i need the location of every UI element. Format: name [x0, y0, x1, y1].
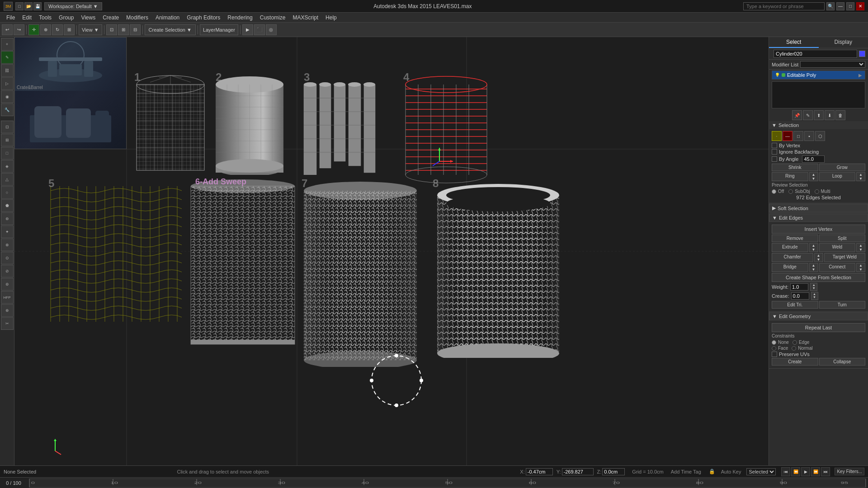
- radio-multi[interactable]: [815, 189, 819, 194]
- radio-subobj[interactable]: [788, 189, 793, 194]
- remove-btn[interactable]: Remove: [772, 235, 818, 242]
- ring-btn[interactable]: Ring: [772, 172, 808, 181]
- connect-spinner[interactable]: ▲▼: [856, 263, 865, 272]
- left-motion-btn[interactable]: ▷: [1, 77, 14, 90]
- maximize-btn[interactable]: □: [846, 2, 854, 10]
- save-btn[interactable]: 💾: [33, 2, 42, 10]
- chamfer-btn[interactable]: Chamfer: [772, 253, 813, 262]
- menu-maxscript[interactable]: MAXScript: [289, 14, 322, 22]
- next-frame-btn[interactable]: ⏭: [821, 467, 830, 476]
- prev-frame-btn[interactable]: ⏮: [781, 467, 790, 476]
- left-tool4[interactable]: ◈: [1, 160, 14, 173]
- toolbar-scale[interactable]: ⊞: [64, 24, 75, 35]
- close-btn[interactable]: ✕: [856, 2, 864, 10]
- menu-tools[interactable]: Tools: [35, 14, 55, 22]
- toolbar-move[interactable]: ⊕: [40, 24, 51, 35]
- extrude-spinner[interactable]: ▲▼: [809, 243, 818, 252]
- edit-geometry-header[interactable]: ▼ Edit Geometry: [769, 312, 868, 320]
- by-angle-cb[interactable]: [772, 156, 777, 162]
- left-tool3[interactable]: □: [1, 147, 14, 160]
- tab-select[interactable]: Select: [769, 37, 819, 48]
- key-filters-btn[interactable]: Key Filters...: [835, 468, 864, 475]
- left-tool8[interactable]: ⊛: [1, 212, 14, 225]
- ring-spinner[interactable]: ▲▼: [809, 172, 818, 181]
- create-shape-btn[interactable]: Create Shape From Selection: [772, 273, 865, 282]
- connect-btn[interactable]: Connect: [819, 263, 856, 272]
- mod-tool1[interactable]: ✎: [803, 110, 813, 120]
- left-create-btn[interactable]: +: [1, 38, 14, 51]
- chamfer-spinner[interactable]: ▲▼: [814, 253, 823, 262]
- polygon-icon[interactable]: ▪: [804, 131, 814, 141]
- left-tool9[interactable]: ✦: [1, 225, 14, 238]
- open-btn[interactable]: 📂: [24, 2, 33, 10]
- minimize-btn[interactable]: —: [836, 2, 844, 10]
- tab-display[interactable]: Display: [819, 37, 868, 48]
- element-icon[interactable]: ⬡: [815, 131, 825, 141]
- create-btn[interactable]: Create: [772, 358, 818, 366]
- mod-tool3[interactable]: ⬇: [825, 110, 835, 120]
- toolbar-view-dropdown[interactable]: View ▼: [79, 24, 102, 35]
- menu-file[interactable]: File: [3, 14, 19, 22]
- split-btn[interactable]: Split: [819, 235, 866, 242]
- loop-btn[interactable]: Loop: [819, 172, 856, 181]
- menu-create[interactable]: Create: [99, 14, 123, 22]
- shrink-btn[interactable]: Shrink: [772, 164, 818, 171]
- soft-selection-header[interactable]: ▶ Soft Selection: [769, 204, 868, 212]
- weight-input[interactable]: [790, 283, 808, 291]
- toolbar-material[interactable]: ◎: [266, 24, 277, 35]
- timeline-bar[interactable]: 0 10 20 30 40 50 60 70 80 90 95: [29, 479, 866, 488]
- insert-vertex-btn[interactable]: Insert Vertex: [772, 225, 865, 234]
- modifier-expand[interactable]: ▶: [859, 73, 862, 78]
- next-key-btn[interactable]: ⏩: [811, 467, 820, 476]
- left-display-btn[interactable]: ◉: [1, 90, 14, 103]
- left-tool11[interactable]: ⊙: [1, 252, 14, 264]
- y-input[interactable]: [562, 468, 594, 475]
- left-tool10[interactable]: ⊗: [1, 239, 14, 251]
- edge-icon[interactable]: —: [783, 131, 793, 141]
- left-tool2[interactable]: ⊞: [1, 134, 14, 146]
- toolbar-render2[interactable]: ⬛: [254, 24, 265, 35]
- menu-group[interactable]: Group: [55, 14, 77, 22]
- bridge-spinner[interactable]: ▲▼: [809, 263, 818, 272]
- left-tool13[interactable]: ⊚: [1, 278, 14, 291]
- new-btn[interactable]: □: [15, 2, 24, 10]
- toolbar-snap3[interactable]: ⊟: [130, 24, 141, 35]
- z-input[interactable]: [602, 468, 625, 475]
- extrude-btn[interactable]: Extrude: [772, 243, 808, 252]
- weight-spinner[interactable]: ▲▼: [810, 283, 817, 291]
- edit-edges-header[interactable]: ▼ Edit Edges: [769, 214, 868, 222]
- toolbar-layer[interactable]: LayerManager: [200, 24, 238, 35]
- mod-tool2[interactable]: ⬆: [814, 110, 824, 120]
- angle-input[interactable]: [802, 155, 825, 163]
- toolbar-rotate[interactable]: ↻: [52, 24, 63, 35]
- object-name-input[interactable]: [774, 50, 857, 58]
- radio-off[interactable]: [772, 189, 776, 194]
- left-hierarchy-btn[interactable]: ⛓: [1, 64, 14, 77]
- x-input[interactable]: [526, 468, 553, 475]
- viewport-area[interactable]: Crate&Barrel: [14, 37, 769, 465]
- workspace-dropdown[interactable]: Workspace: Default ▼: [44, 2, 102, 10]
- menu-rendering[interactable]: Rendering: [224, 14, 256, 22]
- search-input[interactable]: [743, 2, 825, 10]
- weld-btn[interactable]: Weld: [819, 243, 856, 252]
- menu-modifiers[interactable]: Modifiers: [123, 14, 152, 22]
- menu-views[interactable]: Views: [77, 14, 99, 22]
- pin-btn[interactable]: 📌: [792, 110, 802, 120]
- collapse-btn[interactable]: Collapse: [819, 358, 866, 366]
- create-selection-dropdown[interactable]: Create Selection ▼: [145, 24, 196, 35]
- toolbar-redo[interactable]: ↪: [14, 24, 24, 35]
- left-snap-tool[interactable]: HFP: [1, 291, 14, 304]
- by-vertex-cb[interactable]: [772, 143, 777, 148]
- crease-spinner[interactable]: ▲▼: [811, 292, 818, 300]
- prev-key-btn[interactable]: ⏪: [791, 467, 800, 476]
- selected-dropdown[interactable]: Selected: [746, 468, 776, 475]
- modifier-item-editable-poly[interactable]: 💡 Editable Poly ▶: [772, 71, 865, 79]
- left-modify-btn[interactable]: ✎: [1, 51, 14, 64]
- left-tool7[interactable]: ⬟: [1, 199, 14, 212]
- menu-help[interactable]: Help: [322, 14, 340, 22]
- menu-customize[interactable]: Customize: [256, 14, 289, 22]
- border-icon[interactable]: □: [793, 131, 803, 141]
- left-tool14[interactable]: ⊕: [1, 304, 14, 317]
- mod-tool4[interactable]: 🗑: [835, 110, 845, 120]
- vertex-icon[interactable]: ·: [772, 131, 782, 141]
